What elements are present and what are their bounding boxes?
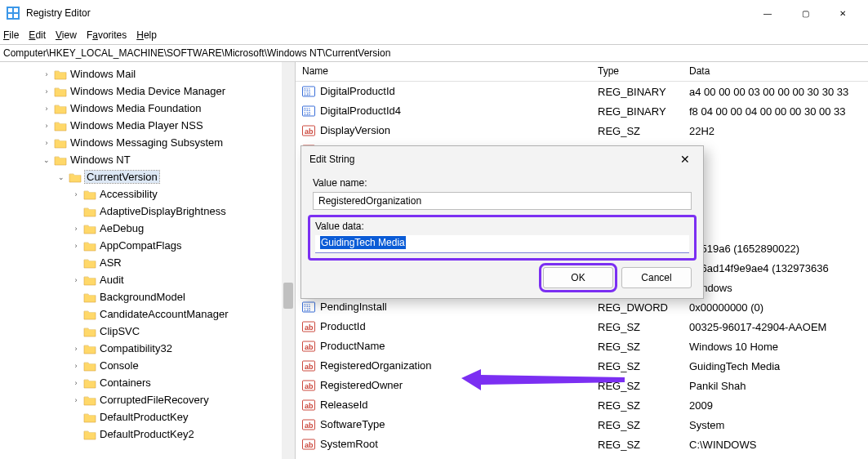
tree-item[interactable]: ›Containers	[5, 374, 295, 391]
tree-item-label[interactable]: CandidateAccountManager	[100, 308, 229, 320]
tree-item[interactable]: ⌄CurrentVersion	[5, 168, 295, 185]
tree-item[interactable]: ›Windows Messaging Subsystem	[5, 134, 295, 151]
tree-item[interactable]: ›Audit	[5, 271, 295, 288]
tree-item[interactable]: BackgroundModel	[5, 288, 295, 305]
tree-item[interactable]: ›AeDebug	[5, 220, 295, 237]
chevron-right-icon[interactable]: ›	[41, 70, 52, 78]
col-type-header[interactable]: Type	[591, 62, 683, 81]
tree-item-label[interactable]: Console	[100, 359, 139, 372]
tree-item[interactable]: ClipSVC	[5, 323, 295, 340]
chevron-down-icon[interactable]: ⌄	[56, 173, 67, 181]
tree-item[interactable]: ASR	[5, 254, 295, 271]
chevron-right-icon[interactable]: ›	[70, 276, 82, 284]
value-data-input[interactable]: GuidingTech Media	[315, 235, 689, 253]
tree-item-label[interactable]: Windows Media Device Manager	[70, 85, 225, 97]
chevron-right-icon[interactable]: ›	[70, 379, 82, 387]
chevron-right-icon[interactable]: ›	[70, 345, 82, 353]
tree-item[interactable]: ⌄Windows NT	[5, 151, 295, 168]
address-path[interactable]: Computer\HKEY_LOCAL_MACHINE\SOFTWARE\Mic…	[3, 47, 390, 59]
tree-item-label[interactable]: Windows Media Player NSS	[70, 119, 203, 131]
list-row[interactable]: abProductNameREG_SZWindows 10 Home	[296, 336, 868, 356]
chevron-right-icon[interactable]: ›	[70, 362, 82, 370]
tree-item[interactable]: AdaptiveDisplayBrightness	[5, 203, 295, 220]
tree-item-label[interactable]: AppCompatFlags	[100, 239, 181, 252]
tree-item-label[interactable]: Audit	[100, 274, 124, 286]
tree-item[interactable]: ›Console	[5, 357, 295, 374]
tree-item-label[interactable]: AeDebug	[100, 222, 144, 234]
chevron-right-icon[interactable]: ›	[41, 87, 52, 96]
tree-item-label[interactable]: ClipSVC	[100, 325, 140, 337]
col-data-header[interactable]: Data	[683, 62, 868, 81]
list-row[interactable]: 011110DigitalProductIdREG_BINARYa4 00 00…	[296, 82, 868, 101]
tree-item-label[interactable]: AdaptiveDisplayBrightness	[100, 205, 226, 217]
tree-scrollbar[interactable]	[282, 62, 295, 459]
svg-text:ab: ab	[305, 363, 314, 371]
list-row[interactable]: 011110DigitalProductId4REG_BINARYf8 04 0…	[296, 101, 868, 121]
maximize-button[interactable]: ▢	[786, 2, 824, 25]
chevron-down-icon[interactable]: ⌄	[41, 156, 52, 164]
value-type: REG_DWORD	[591, 301, 683, 314]
value-name: ProductName	[320, 340, 385, 352]
chevron-right-icon[interactable]: ›	[41, 122, 52, 130]
close-button[interactable]: ✕	[824, 2, 861, 25]
tree-item[interactable]: CandidateAccountManager	[5, 305, 295, 323]
tree-item[interactable]: ›Compatibility32	[5, 340, 295, 357]
tree-item-label[interactable]: Windows Media Foundation	[70, 102, 201, 114]
tree-item-label[interactable]: Accessibility	[100, 188, 158, 200]
list-row[interactable]: abDisplayVersionREG_SZ22H2	[296, 121, 868, 140]
chevron-right-icon[interactable]: ›	[41, 105, 52, 113]
folder-icon	[83, 257, 96, 269]
tree-item-label[interactable]: Containers	[100, 377, 151, 389]
menu-file[interactable]: File	[3, 29, 19, 41]
menu-help[interactable]: Help	[136, 29, 157, 41]
tree-item-label[interactable]: Windows NT	[70, 154, 131, 166]
tree-item[interactable]: DefaultProductKey2	[5, 426, 295, 443]
svg-rect-3	[8, 14, 12, 18]
tree-pane: ›Windows Mail›Windows Media Device Manag…	[0, 62, 296, 459]
tree-item-label[interactable]: ASR	[100, 256, 122, 269]
list-row[interactable]: abReleaseIdREG_SZ2009	[296, 395, 868, 415]
menu-edit[interactable]: Edit	[29, 29, 46, 41]
chevron-right-icon[interactable]: ›	[70, 242, 82, 250]
tree-scrollbar-thumb[interactable]	[283, 283, 293, 309]
list-row[interactable]: 011110PendingInstallREG_DWORD0x00000000 …	[296, 297, 868, 317]
tree-item[interactable]: ›Windows Mail	[5, 65, 295, 82]
svg-text:ab: ab	[305, 127, 314, 136]
tree-item[interactable]: ›CorruptedFileRecovery	[5, 391, 295, 408]
tree-item[interactable]: ›Windows Media Player NSS	[5, 117, 295, 134]
tree-item-label[interactable]: Windows Mail	[70, 68, 136, 80]
menu-favorites[interactable]: Favorites	[87, 29, 127, 41]
list-row[interactable]: abProductIdREG_SZ00325-96017-42904-AAOEM	[296, 317, 868, 336]
ok-button[interactable]: OK	[543, 267, 613, 288]
tree-item-label[interactable]: DefaultProductKey2	[100, 428, 194, 440]
tree-item[interactable]: ›AppCompatFlags	[5, 237, 295, 254]
tree-item-label[interactable]: Windows Messaging Subsystem	[70, 136, 223, 149]
tree-item-label[interactable]: DefaultProductKey	[100, 411, 188, 423]
dialog-titlebar[interactable]: Edit String ✕	[301, 146, 703, 172]
minimize-button[interactable]: —	[749, 2, 786, 25]
folder-icon	[54, 69, 67, 80]
chevron-right-icon[interactable]: ›	[41, 139, 52, 147]
col-name-header[interactable]: Name	[296, 62, 591, 81]
chevron-right-icon[interactable]: ›	[70, 225, 82, 233]
value-name-input[interactable]	[313, 192, 692, 210]
chevron-right-icon[interactable]: ›	[70, 396, 82, 404]
tree-item[interactable]: ›Windows Media Device Manager	[5, 82, 295, 100]
list-row[interactable]: abSoftwareTypeREG_SZSystem	[296, 415, 868, 434]
tree-item[interactable]: ›Windows Media Foundation	[5, 100, 295, 117]
tree-item-label[interactable]: CorruptedFileRecovery	[100, 394, 209, 406]
cancel-button[interactable]: Cancel	[621, 267, 692, 288]
tree-item[interactable]: DefaultProductKey	[5, 408, 295, 426]
tree-item[interactable]: ›Accessibility	[5, 185, 295, 203]
svg-text:ab: ab	[305, 402, 314, 410]
value-name: DigitalProductId	[320, 85, 395, 97]
dialog-close-button[interactable]: ✕	[675, 153, 695, 166]
value-type: REG_SZ	[591, 439, 683, 451]
tree-item-label[interactable]: CurrentVersion	[85, 171, 159, 183]
menu-view[interactable]: View	[56, 29, 77, 41]
tree-item-label[interactable]: Compatibility32	[100, 342, 172, 354]
tree-item-label[interactable]: BackgroundModel	[100, 291, 185, 303]
list-row[interactable]: abSystemRootREG_SZC:\WINDOWS	[296, 434, 868, 454]
chevron-right-icon[interactable]: ›	[70, 190, 82, 198]
address-bar[interactable]: Computer\HKEY_LOCAL_MACHINE\SOFTWARE\Mic…	[0, 44, 868, 62]
